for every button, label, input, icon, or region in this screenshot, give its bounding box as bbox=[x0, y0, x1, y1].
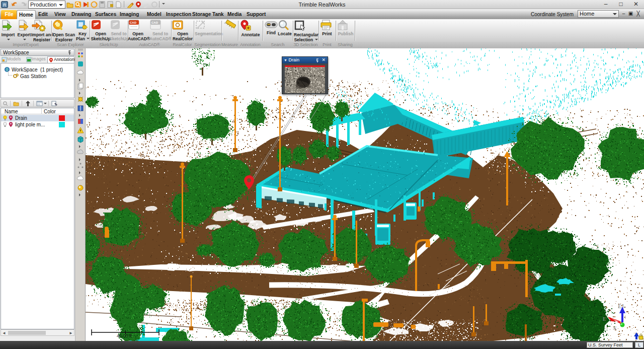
svg-text:E: E bbox=[603, 316, 606, 322]
svg-text:**: ** bbox=[267, 23, 271, 27]
svg-text:CAD: CAD bbox=[130, 21, 137, 24]
svg-text:E1: E1 bbox=[618, 303, 624, 310]
svg-text:N: N bbox=[613, 325, 616, 331]
svg-text:CAD: CAD bbox=[151, 21, 158, 24]
svg-text:40.00 ft: 40.00 ft bbox=[117, 333, 132, 338]
